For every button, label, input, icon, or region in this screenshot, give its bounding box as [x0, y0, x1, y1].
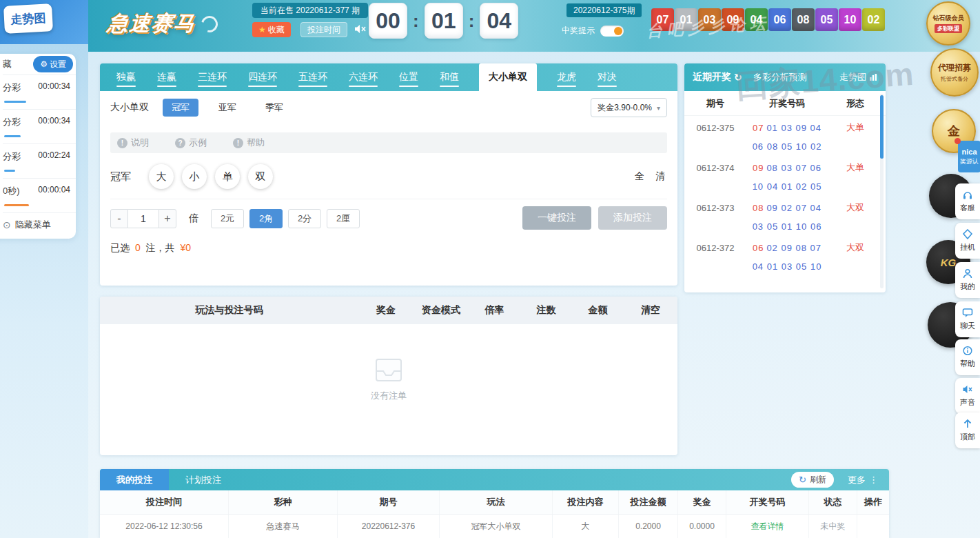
select-all-button[interactable]: 全 — [635, 170, 644, 183]
my-account-button[interactable]: 我的 — [955, 262, 980, 298]
chevron-down-icon: ▾ — [657, 104, 660, 112]
bet-option-odd[interactable]: 单 — [215, 164, 240, 189]
customer-service-button[interactable]: 客服 — [955, 183, 980, 219]
tab-wulianhuan[interactable]: 五连环 — [297, 63, 329, 91]
row-numbers-line2: 03 05 01 10 06 — [746, 221, 828, 232]
unit-li-button[interactable]: 2厘 — [327, 209, 360, 228]
cell-status: 未中奖 — [808, 515, 857, 538]
lottery-item[interactable]: 0秒) 00:00:04 — [3, 178, 76, 212]
unit-yuan-button[interactable]: 2元 — [211, 209, 244, 228]
settings-label: 设置 — [50, 59, 66, 70]
first-number: 06 — [753, 243, 764, 253]
rest-numbers: 02 09 08 07 — [766, 243, 821, 253]
back-to-top-button[interactable]: 顶部 — [955, 412, 980, 448]
unit-fen-button[interactable]: 2分 — [288, 209, 321, 228]
lottery-item[interactable]: 分彩 00:02:24 — [3, 143, 76, 178]
logo[interactable]: 急速赛马 — [108, 10, 218, 38]
winning-ball-06: 06 — [768, 8, 791, 31]
kg-badge-label: KG — [941, 257, 957, 268]
tab-duijue[interactable]: 对决 — [596, 63, 618, 91]
last-issue-label: 20220612-375期 — [566, 3, 642, 17]
lottery-menu-panel: 藏 ⚙ 设置 分彩 00:00:34 分彩 00:00:34 分彩 00:02:… — [0, 54, 76, 239]
betting-panel: 独赢 连赢 三连环 四连环 五连环 六连环 位置 和值 大小单双 龙虎 对决 大… — [100, 63, 677, 286]
tab-sanlianhuan[interactable]: 三连环 — [196, 63, 228, 91]
tab-plan-bets[interactable]: 计划投注 — [169, 469, 238, 490]
help-strip: ! 说明 ? 示例 ! 帮助 — [110, 132, 667, 153]
tab-liulianhuan[interactable]: 六连环 — [347, 63, 379, 91]
bet-option-even[interactable]: 双 — [248, 164, 273, 189]
clear-button[interactable]: 清 — [655, 170, 665, 183]
settings-button[interactable]: ⚙ 设置 — [33, 56, 73, 72]
chat-label: 聊天 — [960, 321, 975, 331]
agent-badge-line1: 代理招募 — [938, 62, 971, 74]
tab-analysis-forecast[interactable]: 多彩分析预测 — [753, 71, 807, 83]
example-link[interactable]: ? 示例 — [175, 137, 207, 149]
bet-row-label: 冠军 — [110, 170, 131, 183]
tab-longhu[interactable]: 龙虎 — [555, 63, 578, 91]
col-numbers: 开奖号码 — [746, 97, 828, 110]
more-button[interactable]: 更多 ⋮ — [848, 469, 878, 490]
help-button[interactable]: 帮助 — [955, 339, 980, 375]
logo-text: 急速赛马 — [106, 10, 197, 38]
left-sidebar: 走势图 藏 ⚙ 设置 分彩 00:00:34 分彩 00:00:34 分彩 — [0, 0, 88, 538]
tab-my-bets[interactable]: 我的投注 — [100, 469, 169, 490]
col-draw-numbers: 开奖号码 — [726, 490, 808, 514]
lottery-item[interactable]: 分彩 00:00:34 — [3, 109, 76, 143]
tab-hezhi[interactable]: 和值 — [438, 63, 460, 91]
winning-ball-02: 02 — [862, 8, 885, 31]
refresh-icon[interactable]: ↻ — [734, 72, 742, 83]
instructions-link[interactable]: ! 说明 — [117, 137, 149, 149]
back-to-top-label: 顶部 — [960, 432, 975, 442]
auto-play-button[interactable]: 挂机 — [955, 223, 980, 259]
subtab-third[interactable]: 季军 — [256, 99, 292, 117]
empty-text: 没有注单 — [371, 390, 407, 402]
help-link[interactable]: ! 帮助 — [233, 137, 265, 149]
sound-button[interactable]: 声音 — [955, 378, 980, 414]
chat-button[interactable]: 聊天 — [955, 301, 980, 337]
play-group-label: 大小单双 — [110, 101, 149, 114]
row-numbers-line2: 04 01 03 05 10 — [746, 261, 828, 272]
col-issue: 期号 — [684, 97, 746, 110]
empty-inbox-icon — [372, 357, 405, 383]
hide-menu-button[interactable]: ⊙ 隐藏菜单 — [3, 212, 76, 236]
tab-duying[interactable]: 独赢 — [115, 63, 137, 91]
agent-recruit-badge[interactable]: 代理招募 托管式备分 — [930, 48, 979, 97]
tab-weizhi[interactable]: 位置 — [398, 63, 420, 91]
vip-badge[interactable]: 钻石级会员 多彩联盟 — [926, 1, 970, 46]
slip-col-clear[interactable]: 清空 — [624, 304, 677, 317]
scrollbar-track — [880, 94, 884, 288]
multiplier-decrease-button[interactable]: - — [110, 209, 128, 228]
tab-lianying[interactable]: 连赢 — [156, 63, 178, 91]
tab-daxiaodanshuang[interactable]: 大小单双 — [479, 63, 537, 91]
subtab-champion[interactable]: 冠军 — [163, 99, 198, 117]
favorite-button[interactable]: ★ 收藏 — [252, 22, 291, 37]
bet-time-button[interactable]: 投注时间 — [300, 22, 347, 37]
bet-option-big[interactable]: 大 — [149, 164, 174, 189]
row-shape: 大单 — [828, 121, 883, 134]
subtab-runnerup[interactable]: 亚军 — [210, 99, 245, 117]
multiplier-increase-button[interactable]: + — [159, 209, 176, 228]
win-tip-toggle[interactable] — [600, 26, 624, 37]
countdown-minutes: 01 — [425, 3, 463, 39]
lottery-item[interactable]: 分彩 00:00:34 — [3, 74, 76, 109]
cert-tag-line1: nica — [961, 148, 977, 156]
tab-recent-draws[interactable]: 近期开奖 ↻ — [693, 71, 742, 83]
trend-chart-badge[interactable]: 走势图 — [3, 3, 53, 34]
scrollbar-thumb[interactable] — [880, 95, 884, 159]
refresh-button[interactable]: ↻ 刷新 — [791, 472, 834, 488]
unit-jiao-button[interactable]: 2角 — [249, 209, 283, 228]
multiplier-label: 倍 — [189, 212, 198, 225]
add-bet-button[interactable]: 添加投注 — [598, 206, 667, 230]
tab-trend-chart[interactable]: 走势图 — [839, 71, 877, 83]
view-details-link[interactable]: 查看详情 — [726, 515, 808, 538]
col-play: 玩法 — [439, 490, 552, 514]
multiplier-value[interactable]: 1 — [128, 209, 159, 228]
bet-option-small[interactable]: 小 — [182, 164, 207, 189]
my-account-label: 我的 — [960, 281, 975, 292]
bonus-select[interactable]: 奖金3.90-0.0% ▾ — [591, 98, 667, 117]
quick-bet-button[interactable]: 一键投注 — [522, 206, 591, 230]
tab-silianhuan[interactable]: 四连环 — [247, 63, 278, 91]
cert-tag[interactable]: nica 奖源认 — [958, 141, 980, 172]
row-numbers-line2: 06 08 05 10 02 — [746, 141, 828, 152]
mute-icon[interactable] — [354, 24, 367, 34]
